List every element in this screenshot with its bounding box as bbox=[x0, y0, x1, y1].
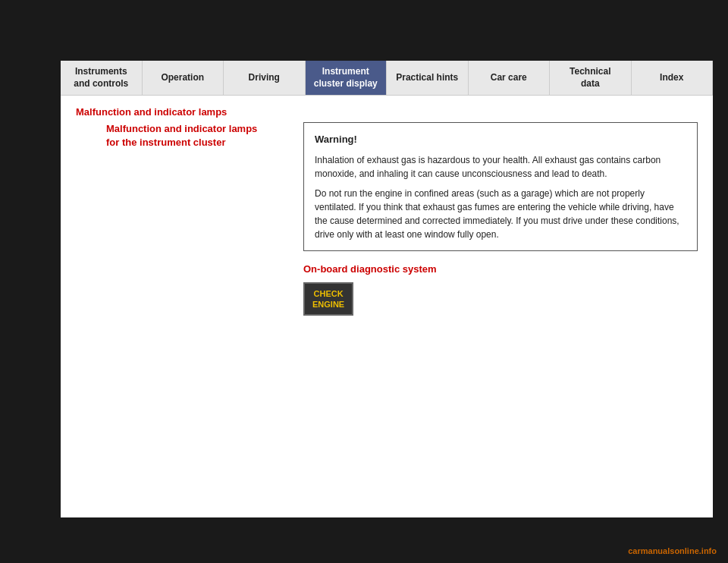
two-col-layout: Malfunction and indicator lamps for the … bbox=[76, 122, 698, 316]
nav-item-operation[interactable]: Operation bbox=[143, 61, 224, 95]
check-engine-line1: CHECK bbox=[312, 288, 344, 299]
diagnostic-link[interactable]: On-board diagnostic system bbox=[303, 263, 698, 275]
watermark: carmanualsonline.info bbox=[628, 546, 717, 555]
check-engine-line2: ENGINE bbox=[312, 299, 344, 310]
main-content: Instruments and controls Operation Drivi… bbox=[61, 61, 713, 517]
check-engine-button[interactable]: CHECK ENGINE bbox=[303, 282, 353, 316]
warning-paragraph-2: Do not run the engine in confined areas … bbox=[315, 187, 686, 241]
warning-box: Warning! Inhalation of exhaust gas is ha… bbox=[303, 122, 698, 251]
warning-title: Warning! bbox=[315, 132, 686, 147]
nav-item-technical-data[interactable]: Technical data bbox=[550, 61, 632, 95]
nav-item-car-care[interactable]: Car care bbox=[469, 61, 551, 95]
content-area: Malfunction and indicator lamps Malfunct… bbox=[61, 96, 713, 323]
watermark-suffix: .info bbox=[699, 546, 717, 555]
left-column: Malfunction and indicator lamps for the … bbox=[76, 122, 288, 316]
nav-item-index[interactable]: Index bbox=[632, 61, 714, 95]
nav-item-driving[interactable]: Driving bbox=[224, 61, 306, 95]
watermark-text: carmanualsonline bbox=[628, 546, 699, 555]
nav-bar: Instruments and controls Operation Drivi… bbox=[61, 61, 713, 96]
nav-item-instruments[interactable]: Instruments and controls bbox=[61, 61, 143, 95]
right-column: Warning! Inhalation of exhaust gas is ha… bbox=[303, 122, 698, 316]
nav-item-instrument-cluster[interactable]: Instrument cluster display bbox=[306, 61, 388, 95]
nav-item-practical-hints[interactable]: Practical hints bbox=[387, 61, 469, 95]
subsection-header: Malfunction and indicator lamps for the … bbox=[106, 122, 288, 149]
section-header: Malfunction and indicator lamps bbox=[76, 106, 698, 118]
warning-paragraph-1: Inhalation of exhaust gas is hazardous t… bbox=[315, 153, 686, 181]
